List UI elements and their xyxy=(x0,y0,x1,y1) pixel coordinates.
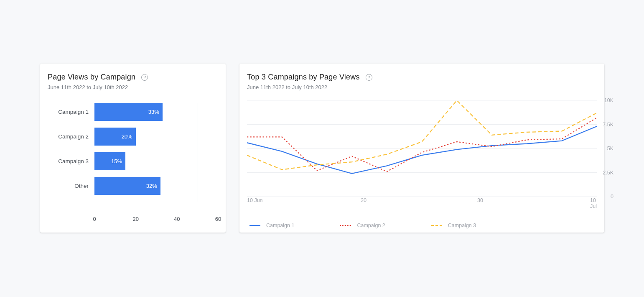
legend-label: Campaign 1 xyxy=(266,223,294,228)
bar-category-label: Campaign 1 xyxy=(48,109,94,115)
legend-item: Campaign 1 xyxy=(249,223,294,228)
help-icon[interactable]: ? xyxy=(366,74,372,81)
line-y-tick: 0 xyxy=(611,194,613,200)
line-x-tick: 20 xyxy=(361,197,367,203)
bar-fill: 32% xyxy=(94,177,160,195)
line-series xyxy=(247,126,597,174)
bar-value-label: 33% xyxy=(148,109,159,115)
bar-value-label: 15% xyxy=(111,158,122,164)
legend-item: Campaign 3 xyxy=(431,223,476,228)
bar-chart-plot: Campaign 133%Campaign 220%Campaign 315%O… xyxy=(48,103,218,212)
legend-label: Campaign 3 xyxy=(448,223,476,228)
line-y-tick: 7.5K xyxy=(603,122,613,128)
bar-row: Campaign 220% xyxy=(48,128,218,146)
line-chart-legend: Campaign 1Campaign 2Campaign 3 xyxy=(247,223,597,228)
bar-chart-subtitle: June 11th 2022 to July 10th 2022 xyxy=(48,84,218,90)
bar-x-tick: 0 xyxy=(93,216,96,222)
legend-swatch xyxy=(340,225,351,226)
legend-swatch xyxy=(249,225,260,226)
bar-category-label: Campaign 3 xyxy=(48,158,94,164)
bar-row: Campaign 315% xyxy=(48,152,218,170)
line-chart-title: Top 3 Campaigns by Page Views xyxy=(247,73,360,82)
bar-x-tick: 20 xyxy=(132,216,138,222)
line-x-tick: 10 Jun xyxy=(247,197,263,203)
line-y-tick: 2.5K xyxy=(603,170,613,176)
bar-track: 32% xyxy=(94,177,218,195)
bar-category-label: Other xyxy=(48,183,94,189)
legend-label: Campaign 2 xyxy=(357,223,385,228)
bar-track: 33% xyxy=(94,103,218,121)
bar-chart-title: Page Views by Campaign xyxy=(48,73,135,82)
line-y-tick: 10K xyxy=(604,97,613,103)
bar-x-tick: 40 xyxy=(174,216,180,222)
bar-row: Campaign 133% xyxy=(48,103,218,121)
line-chart-subtitle: June 11th 2022 to July 10th 2022 xyxy=(247,84,597,90)
line-series xyxy=(247,100,597,170)
bar-category-label: Campaign 2 xyxy=(48,133,94,140)
bar-fill: 20% xyxy=(94,128,136,146)
legend-item: Campaign 2 xyxy=(340,223,385,228)
bar-value-label: 32% xyxy=(146,183,157,189)
line-y-tick: 5K xyxy=(607,146,613,151)
bar-x-tick: 60 xyxy=(215,216,221,222)
help-glyph: ? xyxy=(368,75,370,80)
bar-chart-card: Page Views by Campaign ? June 11th 2022 … xyxy=(40,64,226,233)
line-x-tick: 10 Jul xyxy=(590,197,597,209)
line-chart-card: Top 3 Campaigns by Page Views ? June 11t… xyxy=(239,64,604,233)
bar-track: 15% xyxy=(94,152,218,170)
line-x-tick: 30 xyxy=(477,197,483,203)
help-glyph: ? xyxy=(143,75,146,80)
bar-value-label: 20% xyxy=(122,133,132,140)
bar-chart-x-axis: 0204060 xyxy=(94,216,218,224)
bar-track: 20% xyxy=(94,128,218,146)
legend-swatch xyxy=(431,225,442,226)
help-icon[interactable]: ? xyxy=(141,74,148,81)
bar-fill: 15% xyxy=(94,152,125,170)
bar-row: Other32% xyxy=(48,177,218,195)
bar-fill: 33% xyxy=(94,103,163,121)
line-chart-x-axis: 10 Jun203010 Jul xyxy=(247,197,597,206)
line-chart-plot: 02.5K5K7.5K10K xyxy=(247,100,597,197)
line-series xyxy=(247,118,597,172)
